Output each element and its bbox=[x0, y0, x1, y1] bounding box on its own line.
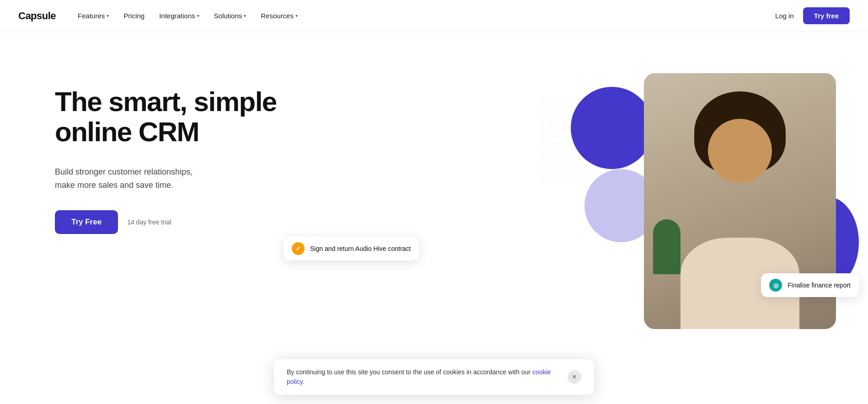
chevron-down-icon: ▾ bbox=[295, 13, 298, 18]
nav-actions: Log in Try free bbox=[775, 7, 850, 24]
capsule-logo-icon: ◎ bbox=[769, 279, 782, 292]
nav-resources[interactable]: Resources ▾ bbox=[261, 12, 298, 20]
cookie-text: By continuing to use this site you conse… bbox=[287, 367, 560, 387]
nav-pricing[interactable]: Pricing bbox=[123, 12, 145, 20]
logo[interactable]: Capsule bbox=[18, 10, 56, 22]
task-card-2-text: Finalise finance report bbox=[788, 282, 851, 289]
hero-cta-row: Try Free 14 day free trial bbox=[55, 210, 311, 234]
purple-circle-dark bbox=[571, 87, 653, 169]
hero-visual: ✓ Sign and return Audio Hive contract ◎ … bbox=[311, 59, 850, 370]
nav-links: Features ▾ Pricing Integrations ▾ Soluti… bbox=[78, 12, 775, 20]
person-face bbox=[708, 119, 772, 183]
hero-trial-text: 14 day free trial bbox=[127, 218, 171, 226]
navigation: Capsule Features ▾ Pricing Integrations … bbox=[0, 0, 868, 32]
cookie-banner: By continuing to use this site you conse… bbox=[274, 359, 594, 395]
plant-decoration bbox=[653, 219, 680, 274]
nav-solutions[interactable]: Solutions ▾ bbox=[214, 12, 246, 20]
chevron-down-icon: ▾ bbox=[197, 13, 199, 18]
hero-heading: The smart, simple online CRM bbox=[55, 87, 311, 147]
login-button[interactable]: Log in bbox=[775, 12, 794, 20]
hero-section: The smart, simple online CRM Build stron… bbox=[0, 32, 868, 404]
chevron-down-icon: ▾ bbox=[107, 13, 109, 18]
cookie-close-button[interactable]: × bbox=[568, 370, 581, 384]
task-card-finance-report: ◎ Finalise finance report bbox=[761, 273, 859, 297]
chevron-down-icon: ▾ bbox=[244, 13, 246, 18]
task-card-sign-contract: ✓ Sign and return Audio Hive contract bbox=[284, 237, 419, 260]
hero-try-free-button[interactable]: Try Free bbox=[55, 210, 118, 234]
check-icon: ✓ bbox=[292, 242, 305, 255]
nav-integrations[interactable]: Integrations ▾ bbox=[159, 12, 199, 20]
hero-subtext: Build stronger customer relationships, m… bbox=[55, 165, 311, 192]
nav-try-free-button[interactable]: Try free bbox=[803, 7, 850, 24]
task-card-1-text: Sign and return Audio Hive contract bbox=[310, 245, 411, 252]
hero-content: The smart, simple online CRM Build stron… bbox=[55, 59, 311, 234]
nav-features[interactable]: Features ▾ bbox=[78, 12, 109, 20]
